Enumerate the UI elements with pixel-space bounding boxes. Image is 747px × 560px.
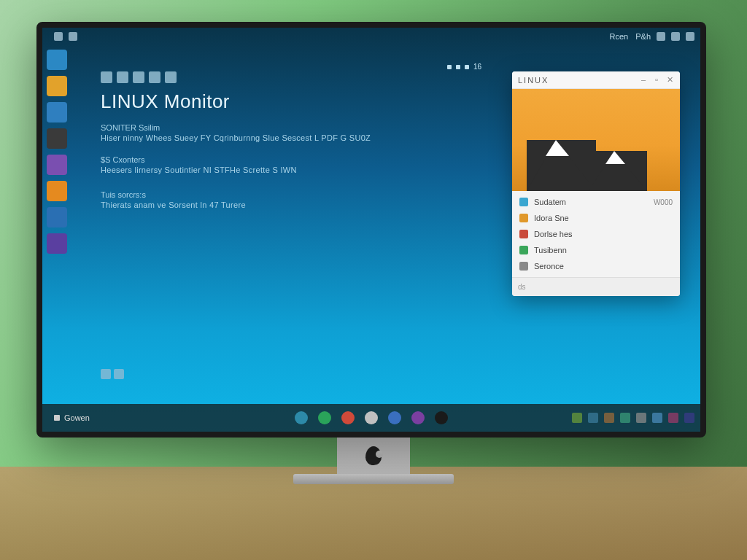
app-e[interactable] [388, 411, 401, 424]
main-toolbar [101, 71, 489, 83]
app-b[interactable] [318, 411, 331, 424]
minimize-button[interactable]: – [639, 75, 648, 85]
menu-icon[interactable] [54, 32, 63, 41]
mountain-icon [527, 140, 596, 191]
maximize-button[interactable]: ▫ [652, 75, 661, 85]
list-item[interactable]: Seronce [512, 258, 680, 274]
window-controls: – ▫ ✕ [639, 75, 674, 85]
desktop-icons-column [47, 50, 80, 254]
start-button[interactable]: Gowen [48, 411, 96, 425]
section-text: Hiser ninny Whees Sueey FY Cqrinburnng S… [101, 133, 489, 142]
indicator-dot-icon [456, 65, 460, 69]
monitor-frame: Rcen P&h 16 LINUX Monitor SONIT [36, 22, 706, 438]
mini-icon-row [101, 369, 124, 379]
tray-5[interactable] [636, 413, 646, 423]
app-icon-8[interactable] [47, 233, 67, 254]
toolbar-icon[interactable] [133, 71, 144, 83]
app-a[interactable] [295, 411, 308, 424]
app-d[interactable] [365, 411, 378, 424]
taskbar: Gowen [42, 404, 700, 432]
monitor-base [293, 474, 454, 484]
section-label: $S Cxonters [101, 155, 489, 164]
side-window-titlebar[interactable]: LINUX – ▫ ✕ [512, 71, 680, 89]
main-window: LINUX Monitor SONITER Ssilim Hiser ninny… [101, 71, 489, 388]
side-window: LINUX – ▫ ✕ SudatemW000Idora SneDorlse h… [512, 71, 680, 296]
app-g[interactable] [435, 411, 448, 424]
side-window-footer: ds [512, 277, 680, 296]
list-item[interactable]: SudatemW000 [512, 194, 680, 210]
menubar-item[interactable]: P&h [635, 32, 651, 41]
list-item-label: Idora Sne [534, 214, 569, 222]
taskbar-apps [295, 411, 448, 424]
toolbar-icon[interactable] [117, 71, 128, 83]
status-indicators: 16 [447, 63, 481, 71]
app-c[interactable] [341, 411, 355, 424]
list-item-icon [519, 262, 528, 271]
toolbar-icon[interactable] [101, 71, 112, 83]
start-label: Gowen [64, 413, 90, 422]
desktop-screen: Rcen P&h 16 LINUX Monitor SONIT [42, 28, 700, 432]
list-item-label: Sudatem [534, 198, 566, 206]
list-item-label: Dorlse hes [534, 230, 573, 238]
app-icon-7[interactable] [47, 207, 67, 228]
section-label: SONITER Ssilim [101, 123, 489, 132]
app-icon-2[interactable] [47, 76, 67, 96]
mini-icon[interactable] [101, 369, 111, 379]
toolbar-icon[interactable] [149, 71, 160, 83]
list-item[interactable]: Idora Sne [512, 210, 680, 226]
apple-logo-icon [365, 446, 382, 465]
status-icon[interactable] [671, 32, 680, 41]
tray-3[interactable] [604, 413, 614, 423]
status-icon[interactable] [686, 32, 694, 41]
indicator-value: 16 [473, 63, 481, 71]
footer-label: ds [518, 283, 526, 291]
close-button[interactable]: ✕ [665, 75, 674, 85]
mountain-icon [589, 151, 647, 191]
list-item-label: Seronce [534, 262, 564, 271]
app-icon-6[interactable] [47, 181, 67, 201]
app-icon-1[interactable] [47, 50, 67, 70]
tray-7[interactable] [668, 413, 678, 423]
start-icon [54, 415, 60, 421]
list-item[interactable]: Dorlse hes [512, 226, 680, 242]
section-text: Heesers lirnersy Soutintier NI STFHe Scr… [101, 166, 489, 174]
list-item-icon [519, 214, 528, 222]
system-tray [572, 413, 694, 423]
tray-4[interactable] [620, 413, 630, 423]
window-title: LINUX Monitor [101, 90, 489, 113]
side-window-hero [512, 89, 680, 191]
tray-2[interactable] [588, 413, 598, 423]
app-icon-5[interactable] [47, 155, 67, 175]
indicator-dot-icon [465, 65, 469, 69]
section-label: Tuis sorcrs:s [101, 190, 489, 199]
list-item-icon [519, 246, 528, 254]
app-f[interactable] [411, 411, 425, 424]
app-icon-3[interactable] [47, 102, 67, 122]
mini-icon[interactable] [114, 369, 124, 379]
list-item-icon [519, 198, 528, 206]
side-window-list: SudatemW000Idora SneDorlse hesTusibennSe… [512, 191, 680, 277]
list-item-label: Tusibenn [534, 246, 567, 254]
indicator-dot-icon [447, 65, 452, 69]
toolbar-icon[interactable] [165, 71, 177, 83]
side-window-title: LINUX [518, 76, 549, 85]
list-item-icon [519, 230, 528, 238]
menu-icon[interactable] [69, 32, 77, 41]
app-icon-4[interactable] [47, 128, 67, 149]
menubar: Rcen P&h [42, 28, 700, 45]
status-icon[interactable] [657, 32, 665, 41]
list-item-value: W000 [654, 198, 673, 206]
tray-1[interactable] [572, 413, 582, 423]
menubar-item[interactable]: Rcen [610, 32, 629, 41]
tray-8[interactable] [684, 413, 694, 423]
list-item[interactable]: Tusibenn [512, 242, 680, 258]
section-text: Thierats anam ve Sorsent ln 47 Turere [101, 201, 489, 209]
tray-6[interactable] [652, 413, 662, 423]
